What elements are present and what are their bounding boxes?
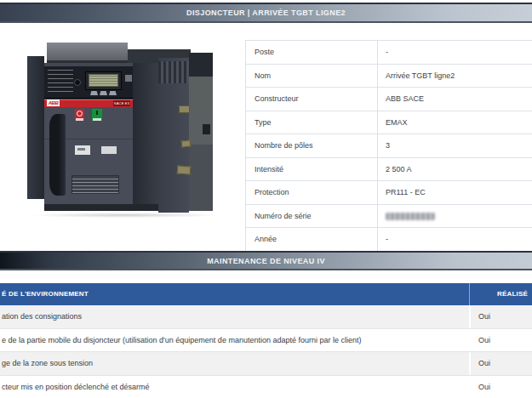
- info-label: Protection: [246, 181, 378, 204]
- section-header-maintenance: MAINTENANCE DE NIVEAU IV: [0, 251, 532, 270]
- brass-fitting: [181, 139, 192, 147]
- info-label: Constructeur: [246, 88, 378, 111]
- abb-logo: ABB: [47, 100, 60, 106]
- breaker-photo: ABB SACE E3: [27, 39, 215, 221]
- breaker-side-bracket: [203, 124, 210, 134]
- info-label: Poste: [246, 41, 378, 64]
- indicator-window: [101, 146, 117, 154]
- breaker-left-panel: [27, 56, 44, 199]
- indicator-window: [75, 145, 90, 155]
- info-row-annee: Année -: [246, 228, 532, 252]
- info-value: Arrivée TGBT ligne2: [378, 65, 532, 88]
- info-label: Intensité: [246, 158, 378, 181]
- table-row: ge de la zone sous tension Oui: [0, 352, 532, 376]
- info-value: 2 500 A: [378, 158, 532, 181]
- info-value: ABB SACE: [378, 88, 532, 111]
- table-row: e de la partie mobile du disjoncteur (ut…: [0, 329, 532, 353]
- breaker-info-table: Poste - Nom Arrivée TGBT ligne2 Construc…: [245, 40, 532, 252]
- open-button-label: [76, 118, 83, 121]
- panel-markings: [48, 70, 73, 92]
- lcd-button: [100, 91, 107, 95]
- handle-slot: [49, 114, 66, 196]
- lcd-button: [90, 91, 98, 95]
- sace-badge: SACE E3: [113, 100, 130, 106]
- serial-number-redacted: [386, 213, 435, 220]
- task-description: ation des consignations: [0, 305, 469, 328]
- info-label: Nombre de pôles: [246, 134, 378, 157]
- task-description: e de la partie mobile du disjoncteur (ut…: [0, 329, 469, 352]
- brass-fitting: [179, 105, 190, 113]
- breaker-body-shade: [133, 63, 158, 204]
- info-row-intensite: Intensité 2 500 A: [246, 158, 532, 182]
- info-row-protection: Protection PR111 - EC: [246, 181, 532, 205]
- brass-fitting: [177, 165, 192, 174]
- info-value: -: [378, 228, 532, 251]
- maintenance-table: É DE L'ENVIRONNEMENT RÉALISÉ ation des c…: [0, 283, 532, 398]
- task-status: Oui: [469, 329, 532, 352]
- task-status: Oui: [469, 305, 532, 328]
- info-value: 3: [378, 134, 532, 157]
- breaker-shadow: [29, 213, 221, 218]
- panel-indicator: [125, 75, 132, 82]
- breaker-base: [44, 204, 158, 211]
- lcd-button: [109, 91, 117, 95]
- info-row-serial: Numéro de série: [246, 205, 532, 229]
- column-header-environnement: É DE L'ENVIRONNEMENT: [0, 283, 469, 305]
- info-label: Nom: [246, 65, 378, 88]
- task-description: ge de la zone sous tension: [0, 352, 469, 375]
- section-header-disjoncteur-title: DISJONCTEUR | ARRIVÉE TGBT LIGNE2: [186, 9, 346, 17]
- task-status: Oui: [469, 376, 532, 398]
- task-status: Oui: [469, 352, 532, 375]
- info-row-poste: Poste -: [246, 41, 532, 65]
- info-value: -: [378, 41, 532, 64]
- info-value: PR111 - EC: [378, 181, 532, 204]
- maintenance-table-header: É DE L'ENVIRONNEMENT RÉALISÉ: [0, 283, 532, 305]
- info-label: Numéro de série: [246, 205, 378, 228]
- info-row-poles: Nombre de pôles 3: [246, 134, 532, 158]
- table-row: cteur mis en position déclenché et désar…: [0, 376, 532, 398]
- info-value: EMAX: [378, 111, 532, 134]
- column-header-realise: RÉALISÉ: [469, 283, 532, 305]
- info-label: Type: [246, 111, 378, 134]
- task-description: cteur mis en position déclenché et désar…: [0, 376, 469, 398]
- close-button-label: [93, 118, 101, 121]
- info-value: [378, 205, 532, 228]
- info-row-constructeur: Constructeur ABB SACE: [246, 88, 532, 111]
- lcd-display: [89, 74, 118, 87]
- info-row-type: Type EMAX: [246, 111, 532, 135]
- section-header-maintenance-title: MAINTENANCE DE NIVEAU IV: [207, 257, 325, 265]
- breaker-vent-ribs: [158, 61, 189, 83]
- info-label: Année: [246, 228, 378, 251]
- dial-knob: [74, 79, 81, 86]
- breaker-top-cap: [47, 43, 128, 63]
- table-row: ation des consignations Oui: [0, 305, 532, 329]
- info-row-nom: Nom Arrivée TGBT ligne2: [246, 65, 532, 88]
- section-header-disjoncteur: DISJONCTEUR | ARRIVÉE TGBT LIGNE2: [0, 3, 532, 23]
- rating-plate: [72, 175, 119, 194]
